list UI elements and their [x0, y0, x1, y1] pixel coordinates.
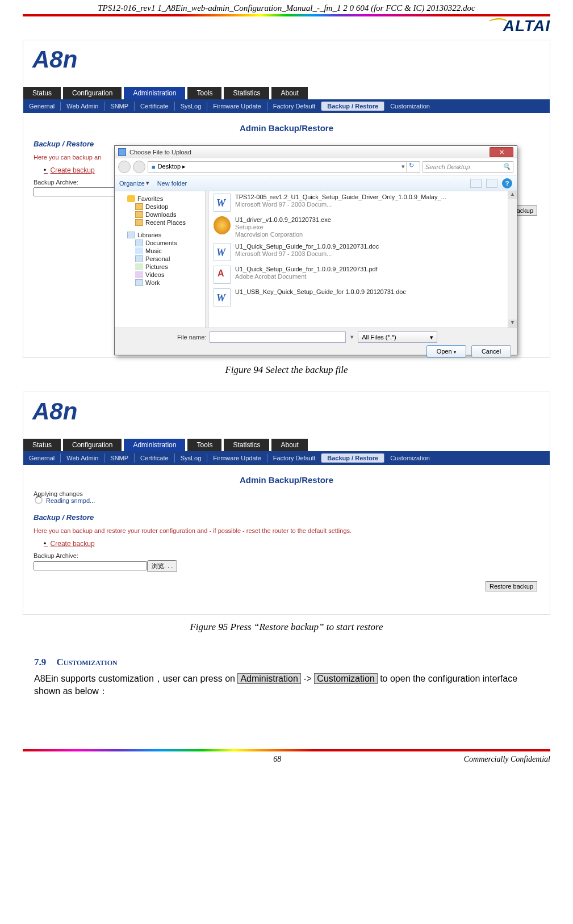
- search-input[interactable]: Search Desktop 🔍: [423, 161, 513, 173]
- tab-statistics[interactable]: Statistics: [224, 87, 269, 99]
- tab-administration[interactable]: Administration: [124, 87, 185, 99]
- tab-about[interactable]: About: [271, 87, 307, 99]
- subtab-factory[interactable]: Factory Default: [267, 453, 322, 463]
- subtab-certificate[interactable]: Certificate: [135, 102, 175, 111]
- tab-statistics[interactable]: Statistics: [224, 439, 269, 451]
- close-icon[interactable]: ✕: [490, 147, 513, 157]
- doc-filename: TPS12-016_rev1 1_A8Ein_web-admin_Configu…: [0, 0, 573, 14]
- desktop-icon: ■: [152, 163, 156, 170]
- star-icon: [127, 195, 135, 202]
- altai-logo: ⌒ALTAI: [487, 15, 550, 37]
- libraries-icon: [127, 232, 135, 238]
- forward-button[interactable]: [133, 161, 145, 173]
- subtab-snmp[interactable]: SNMP: [104, 453, 135, 463]
- refresh-icon[interactable]: ↻: [406, 162, 416, 172]
- scrollbar[interactable]: ▲ ▼: [508, 191, 517, 327]
- subtab-customization[interactable]: Customization: [384, 453, 436, 463]
- word-file-icon: [214, 243, 231, 261]
- search-icon: 🔍: [503, 163, 511, 170]
- sidebar-music[interactable]: Music: [119, 247, 200, 255]
- tab-status[interactable]: Status: [23, 87, 61, 99]
- open-button[interactable]: Open ▾: [426, 345, 466, 358]
- subtab-general[interactable]: Genernal: [23, 453, 61, 463]
- subtab-snmp[interactable]: SNMP: [104, 102, 135, 111]
- desktop-icon: [135, 203, 143, 210]
- file-item[interactable]: U1_Quick_Setup_Guide_for_1.0.0.9_2012073…: [209, 241, 517, 263]
- cancel-button[interactable]: Cancel: [471, 345, 511, 358]
- tab-configuration[interactable]: Configuration: [63, 439, 122, 451]
- filetype-select[interactable]: All Files (*.*)▾: [358, 331, 437, 343]
- scroll-up-icon[interactable]: ▲: [508, 191, 517, 199]
- sidebar-downloads[interactable]: Downloads: [119, 211, 200, 219]
- subtab-general[interactable]: Genernal: [23, 102, 61, 111]
- panel-heading: Admin Backup/Restore: [23, 113, 550, 136]
- work-icon: [135, 279, 143, 286]
- browse-button[interactable]: 浏览. . .: [147, 560, 177, 572]
- backup-restore-title: Backup / Restore: [23, 510, 550, 527]
- tab-status[interactable]: Status: [23, 439, 61, 451]
- chevron-down-icon[interactable]: ▾: [400, 163, 406, 170]
- location-breadcrumb[interactable]: ■ Desktop ▸ ▾ ↻: [148, 161, 420, 173]
- filename-label: File name:: [177, 334, 206, 341]
- subtab-syslog[interactable]: SysLog: [175, 102, 208, 111]
- tab-tools[interactable]: Tools: [187, 439, 221, 451]
- dialog-sidebar: Favorites Desktop Downloads Recent Place…: [115, 191, 206, 327]
- sidebar-desktop[interactable]: Desktop: [119, 203, 200, 211]
- pictures-icon: [135, 263, 143, 270]
- subtab-certificate[interactable]: Certificate: [135, 453, 175, 463]
- favorites-heading[interactable]: Favorites: [119, 195, 200, 203]
- sidebar-recent[interactable]: Recent Places: [119, 219, 200, 226]
- file-item[interactable]: TPS12-005_rev1.2_U1_Quick_Setup_Guide_Dr…: [209, 191, 517, 214]
- new-folder-button[interactable]: New folder: [157, 180, 187, 187]
- file-name: TPS12-005_rev1.2_U1_Quick_Setup_Guide_Dr…: [235, 194, 446, 201]
- file-name: U1_Quick_Setup_Guide_for_1.0.0.9_2012073…: [235, 266, 378, 273]
- file-subtext: Setup.exe: [235, 224, 331, 231]
- filename-input[interactable]: [210, 331, 346, 343]
- sidebar-pictures[interactable]: Pictures: [119, 263, 200, 271]
- file-item[interactable]: U1_Quick_Setup_Guide_for_1.0.0.9_2012073…: [209, 263, 517, 286]
- subtab-firmware[interactable]: Firmware Update: [207, 453, 267, 463]
- subtab-webadmin[interactable]: Web Admin: [61, 453, 104, 463]
- figure-94-caption: Figure 94 Select the backup file: [0, 361, 573, 389]
- sidebar-work[interactable]: Work: [119, 279, 200, 287]
- libraries-heading[interactable]: Libraries: [119, 231, 200, 239]
- chevron-down-icon[interactable]: ▼: [349, 334, 354, 340]
- subtab-factory[interactable]: Factory Default: [267, 102, 322, 111]
- tab-configuration[interactable]: Configuration: [63, 87, 122, 99]
- sidebar-documents[interactable]: Documents: [119, 239, 200, 247]
- chevron-down-icon[interactable]: ▾: [146, 179, 149, 187]
- view-icon[interactable]: [470, 179, 482, 188]
- subtab-firmware[interactable]: Firmware Update: [207, 102, 267, 111]
- tab-tools[interactable]: Tools: [187, 87, 221, 99]
- file-subtext: Adobe Acrobat Document: [235, 273, 378, 280]
- sidebar-personal[interactable]: Personal: [119, 255, 200, 263]
- file-item[interactable]: U1_USB_Key_Quick_Setup_Guide_for 1.0.0.9…: [209, 286, 517, 309]
- spinner-icon: [35, 496, 43, 504]
- help-icon[interactable]: ?: [502, 178, 512, 188]
- tab-about[interactable]: About: [271, 439, 307, 451]
- organize-button[interactable]: Organize: [119, 180, 145, 187]
- sidebar-videos[interactable]: Videos: [119, 271, 200, 279]
- word-file-icon: [214, 194, 231, 212]
- scroll-down-icon[interactable]: ▼: [508, 320, 517, 327]
- downloads-icon: [135, 211, 143, 218]
- file-name: U1_Quick_Setup_Guide_for_1.0.0.9_2012073…: [235, 243, 379, 250]
- archive-input[interactable]: [34, 561, 147, 570]
- preview-pane-icon[interactable]: [486, 179, 497, 188]
- videos-icon: [135, 271, 143, 278]
- back-button[interactable]: [118, 161, 131, 173]
- restore-backup-button[interactable]: Restore backup: [486, 581, 537, 591]
- create-backup-link[interactable]: Create backup: [52, 540, 550, 552]
- subtab-backup[interactable]: Backup / Restore: [321, 453, 384, 463]
- location-text: Desktop ▸: [158, 163, 400, 170]
- tab-administration[interactable]: Administration: [124, 439, 185, 451]
- reading-status: Reading snmpd...: [23, 497, 550, 510]
- search-placeholder: Search Desktop: [425, 163, 503, 170]
- subtab-backup[interactable]: Backup / Restore: [321, 102, 384, 111]
- subtab-webadmin[interactable]: Web Admin: [61, 102, 104, 111]
- panel-heading: Admin Backup/Restore: [23, 465, 550, 488]
- footer-divider: [23, 749, 550, 751]
- subtab-syslog[interactable]: SysLog: [175, 453, 208, 463]
- subtab-customization[interactable]: Customization: [384, 102, 436, 111]
- file-item[interactable]: U1_driver_v1.0.0.9_20120731.exeSetup.exe…: [209, 214, 517, 241]
